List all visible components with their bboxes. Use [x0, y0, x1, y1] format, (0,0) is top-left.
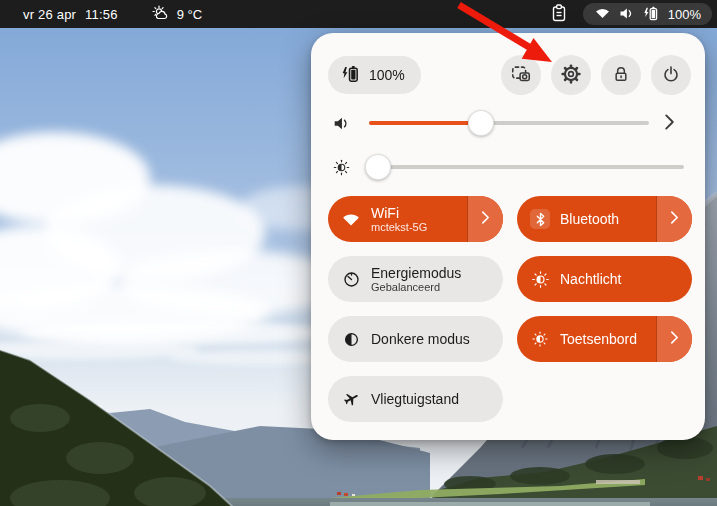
battery-charging-icon [341, 65, 360, 85]
system-status-menu-button[interactable]: 100% [583, 3, 712, 25]
chevron-right-icon [670, 210, 679, 228]
battery-button[interactable]: 100% [328, 56, 421, 94]
brightness-icon [333, 159, 350, 176]
volume-slider-row [311, 110, 705, 136]
temperature-label: 9 °C [177, 8, 202, 21]
clipboard-indicator-button[interactable] [551, 4, 567, 24]
chevron-right-icon [481, 210, 490, 228]
sun-cloud-weather-icon [152, 5, 170, 23]
power-mode-value: Gebalanceerd [371, 281, 461, 294]
wifi-toggle[interactable]: WiFi mctekst-5G [328, 196, 503, 242]
brightness-slider-row [311, 154, 705, 180]
volume-expand-button[interactable] [664, 113, 675, 134]
power-mode-title: Energiemodus [371, 265, 461, 281]
lock-icon [611, 64, 631, 87]
wifi-icon [340, 212, 362, 227]
top-bar: vr 26 apr 11:56 9 °C [0, 0, 717, 28]
quick-settings-panel: 100% [311, 33, 705, 440]
clock-menu-button[interactable]: vr 26 apr 11:56 [23, 8, 118, 21]
brightness-slider[interactable] [369, 165, 684, 169]
night-light-title: Nachtlicht [560, 271, 621, 287]
weather-indicator[interactable]: 9 °C [152, 5, 202, 23]
airplane-mode-title: Vliegtuigstand [371, 391, 459, 407]
wifi-title: WiFi [371, 205, 427, 221]
keyboard-arrow-button[interactable] [656, 316, 692, 362]
time-label: 11:56 [85, 8, 118, 21]
battery-charging-icon [643, 6, 659, 23]
volume-slider[interactable] [369, 121, 649, 125]
dark-mode-toggle[interactable]: Donkere modus [328, 316, 503, 362]
gear-icon [560, 63, 582, 88]
ubuntu-desktop: vr 26 apr 11:56 9 °C [0, 0, 717, 506]
quick-settings-header: 100% [328, 55, 691, 95]
quick-toggles-grid: WiFi mctekst-5G [328, 196, 705, 422]
screenshot-icon [510, 63, 532, 88]
chevron-right-icon [670, 330, 679, 348]
keyboard-title: Toetsenbord [560, 331, 637, 347]
airplane-icon [340, 390, 362, 408]
dark-mode-title: Donkere modus [371, 331, 470, 347]
power-icon [661, 64, 681, 87]
settings-button[interactable] [551, 55, 591, 95]
keyboard-brightness-icon [529, 330, 551, 348]
bluetooth-toggle[interactable]: Bluetooth [517, 196, 692, 242]
brightness-slider-handle[interactable] [365, 154, 391, 180]
bluetooth-arrow-button[interactable] [656, 196, 692, 242]
screenshot-button[interactable] [501, 55, 541, 95]
battery-percent-label: 100% [369, 68, 405, 82]
dark-mode-icon [340, 330, 362, 349]
chevron-right-icon [664, 113, 675, 134]
night-light-toggle[interactable]: Nachtlicht [517, 256, 692, 302]
wifi-icon [595, 7, 610, 21]
wifi-arrow-button[interactable] [467, 196, 503, 242]
power-mode-toggle[interactable]: Energiemodus Gebalanceerd [328, 256, 503, 302]
power-mode-gauge-icon [340, 270, 362, 289]
battery-percent-label: 100% [668, 8, 701, 21]
speaker-icon [333, 116, 350, 131]
speaker-icon [619, 7, 634, 22]
keyboard-toggle[interactable]: Toetsenbord [517, 316, 692, 362]
airplane-mode-toggle[interactable]: Vliegtuigstand [328, 376, 503, 422]
volume-slider-fill [369, 121, 481, 125]
system-buttons [501, 55, 691, 95]
bluetooth-icon [529, 209, 551, 229]
lock-button[interactable] [601, 55, 641, 95]
night-light-icon [529, 270, 551, 289]
clipboard-icon [551, 4, 567, 24]
bluetooth-title: Bluetooth [560, 211, 619, 227]
date-label: vr 26 apr [23, 8, 76, 21]
power-button[interactable] [651, 55, 691, 95]
volume-slider-handle[interactable] [468, 110, 494, 136]
wifi-network-name: mctekst-5G [371, 221, 427, 234]
